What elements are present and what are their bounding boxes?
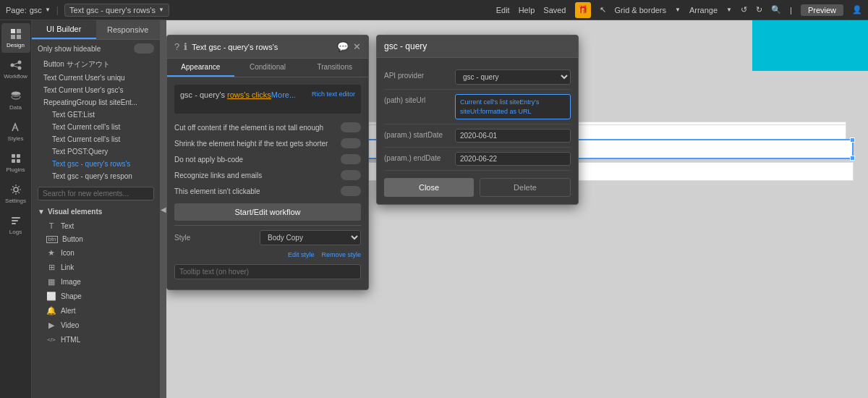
svg-rect-13 (17, 159, 20, 163)
element-item-link[interactable]: ⊞ Link (32, 260, 160, 274)
gift-icon[interactable]: 🎁 (575, 2, 591, 18)
sidebar-item-plugins[interactable]: Plugins (1, 148, 30, 177)
sidebar-item-workflow[interactable]: Workflow (1, 54, 30, 84)
style-row: Style Body Copy (174, 225, 361, 250)
tree-item-text-get[interactable]: Text GET:List (32, 109, 160, 121)
site-url-link[interactable]: Current cell's list siteEntry's siteUrl:… (455, 94, 571, 119)
tab-appearance[interactable]: Appearance (167, 59, 234, 77)
svg-rect-16 (12, 220, 18, 221)
clickable-toggle[interactable] (341, 186, 361, 196)
workflow-button[interactable]: Start/Edit workflow (174, 203, 361, 221)
shrink-toggle[interactable] (341, 138, 361, 148)
data-icon (9, 90, 22, 103)
tree-item-text-gsc[interactable]: Text Current User's gsc's (32, 84, 160, 96)
help-menu[interactable]: Help (519, 6, 535, 14)
element-item-image[interactable]: ▦ Image (32, 274, 160, 289)
api-provider-label: API provider (384, 69, 449, 80)
hideable-toggle[interactable] (134, 43, 154, 54)
tree-item-button[interactable]: Button サインアウト (32, 57, 160, 72)
sidebar-item-design[interactable]: Design (1, 23, 30, 53)
cut-off-toggle[interactable] (341, 122, 361, 132)
element-item-icon[interactable]: ★ Icon (32, 245, 160, 260)
chevron-down-icon: ▼ (38, 208, 45, 216)
tree-item-text-gsc-respon[interactable]: Text gsc - query's respon (32, 170, 160, 182)
saved-status: Saved (543, 6, 566, 14)
site-url-row: (path) siteUrl Current cell's list siteE… (384, 90, 571, 124)
shrink-label: Shrink the element height if the text ge… (174, 140, 328, 148)
tree-item-text-cell2[interactable]: Text Current cell's list (32, 133, 160, 145)
logs-label: Logs (9, 229, 22, 235)
api-close-button[interactable]: Close (384, 178, 474, 197)
tree-item-text-post[interactable]: Text POST:Query (32, 145, 160, 158)
page-name: gsc (30, 6, 42, 14)
element-item-shape[interactable]: ⬜ Shape (32, 289, 160, 303)
element-label: Shape (61, 292, 82, 300)
sidebar-item-data[interactable]: Data (1, 85, 30, 115)
start-date-value (455, 129, 571, 143)
remove-style-link[interactable]: Remove style (321, 251, 361, 258)
icon-sidebar: Design Workflow Data (0, 20, 32, 398)
close-icon[interactable]: ✕ (353, 41, 361, 52)
tree-item-label: Text POST:Query (52, 148, 108, 156)
rich-text-editor-btn[interactable]: Rich text editor (312, 90, 355, 98)
info-icon[interactable]: ℹ (184, 41, 187, 52)
tree-item-label: Text GET:List (52, 111, 95, 119)
search-btn[interactable]: 🔍 (771, 5, 781, 14)
start-date-input[interactable] (455, 129, 571, 143)
page-selector[interactable]: Page: gsc ▼ (6, 6, 51, 14)
text-element-dropdown[interactable]: Text gsc - query's rows's ▼ (64, 4, 169, 17)
tree-item-label: RepeatingGroup list siteEnt... (43, 98, 137, 106)
comment-icon[interactable]: 💬 (337, 41, 349, 52)
sidebar-item-styles[interactable]: Styles (1, 117, 30, 146)
element-item-text[interactable]: T Text (32, 219, 160, 233)
tooltip-input[interactable] (174, 264, 361, 279)
element-item-video[interactable]: ▶ Video (32, 318, 160, 332)
tab-transitions[interactable]: Transitions (301, 59, 368, 77)
api-provider-select[interactable]: gsc - query (455, 69, 571, 85)
help-icon[interactable]: ? (174, 41, 179, 52)
end-date-input[interactable] (455, 152, 571, 166)
tree-item-label: Button サインアウト (43, 59, 110, 69)
tree-item-label: Text gsc - query's rows's (52, 160, 130, 168)
tab-conditional[interactable]: Conditional (234, 59, 302, 77)
links-toggle[interactable] (341, 170, 361, 180)
redo-btn[interactable]: ↻ (756, 5, 762, 14)
tree-item-text-gsc-rows[interactable]: Text gsc - query's rows's (32, 158, 160, 170)
edit-menu[interactable]: Edit (496, 6, 510, 14)
style-select[interactable]: Body Copy (260, 230, 361, 245)
tab-responsive[interactable]: Responsive (96, 21, 161, 38)
styles-icon (9, 121, 22, 134)
api-panel-header: gsc - query (377, 35, 578, 58)
top-bar: Page: gsc ▼ | Text gsc - query's rows's … (0, 0, 868, 20)
sidebar-item-settings[interactable]: Settings (1, 179, 30, 208)
text-panel-title: Text gsc - query's rows's (192, 43, 333, 51)
element-item-html[interactable]: </> HTML (32, 332, 160, 347)
alert-element-icon: 🔔 (46, 305, 56, 316)
element-item-button[interactable]: btn Button (32, 233, 160, 245)
separator: | (56, 5, 59, 15)
bb-code-toggle[interactable] (341, 154, 361, 164)
element-item-alert[interactable]: 🔔 Alert (32, 303, 160, 318)
preview-button[interactable]: Preview (801, 4, 843, 16)
tree-item-text-unique[interactable]: Text Current User's uniqu (32, 72, 160, 84)
clickable-row: This element isn't clickable (174, 183, 361, 199)
tree-item-text-cell1[interactable]: Text Current cell's list (32, 121, 160, 133)
tab-ui-builder[interactable]: UI Builder (32, 20, 96, 39)
video-element-icon: ▶ (46, 320, 56, 330)
search-elements-input[interactable] (38, 187, 154, 200)
tree-item-repeatinggroup[interactable]: RepeatingGroup list siteEnt... (32, 96, 160, 109)
api-delete-button[interactable]: Delete (480, 178, 571, 197)
sidebar-item-logs[interactable]: Logs (1, 210, 30, 240)
cursor-tool[interactable]: ↖ (600, 5, 606, 14)
image-element-icon: ▦ (46, 276, 56, 287)
arrange[interactable]: Arrange (689, 6, 718, 14)
undo-btn[interactable]: ↺ (741, 5, 747, 14)
grid-borders[interactable]: Grid & borders (615, 6, 667, 14)
element-label: Video (61, 321, 79, 329)
shrink-row: Shrink the element height if the text ge… (174, 135, 361, 151)
element-label: Alert (61, 307, 76, 315)
element-label: HTML (61, 336, 80, 344)
collapse-handle[interactable]: ◀ (161, 20, 166, 398)
edit-style-link[interactable]: Edit style (288, 251, 315, 258)
top-bar-actions: Edit Help Saved 🎁 ↖ Grid & borders ▼ Arr… (496, 2, 862, 18)
